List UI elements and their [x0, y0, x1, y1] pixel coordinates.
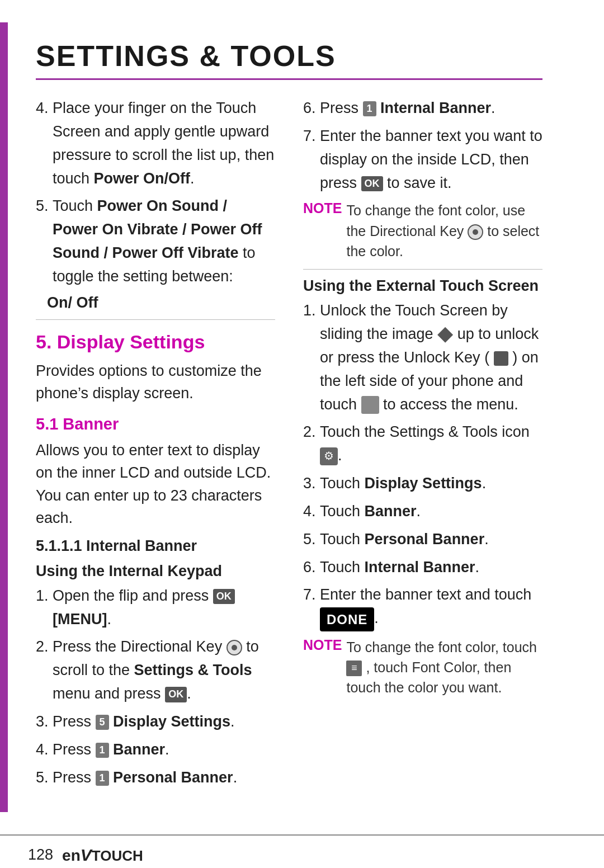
directional-key-icon	[226, 640, 242, 655]
done-button: DONE	[320, 607, 374, 631]
note-2: NOTE To change the font color, touch , t…	[303, 637, 542, 698]
page-number: 128	[28, 846, 53, 864]
step-5: Touch Power On Sound / Power On Vibrate …	[53, 195, 275, 288]
ikp-step-1: Open the flip and press OK [MENU].	[53, 584, 275, 631]
left-column: Place your finger on the Touch Screen an…	[36, 97, 275, 795]
ext-step-4: Touch Banner.	[320, 500, 542, 523]
menu-grid-icon	[361, 396, 379, 414]
footer-brand: enVTOUCH	[62, 846, 143, 865]
ikp-step-2: Press the Directional Key to scroll to t…	[53, 635, 275, 706]
using-external-touch-screen-heading: Using the External Touch Screen	[303, 277, 542, 295]
external-touch-steps: Unlock the Touch Screen by sliding the i…	[303, 299, 542, 631]
divider	[36, 319, 275, 320]
page-container: SETTINGS & TOOLS Place your finger on th…	[0, 0, 604, 868]
footer: 128 enVTOUCH	[0, 834, 604, 869]
ikp-step-3: Press 5 Display Settings.	[53, 710, 275, 734]
note-1: NOTE To change the font color, use the D…	[303, 200, 542, 261]
ext-step-2: Touch the Settings & Tools icon .	[320, 421, 542, 468]
ext-step-1: Unlock the Touch Screen by sliding the i…	[320, 299, 542, 416]
ext-step-7: Enter the banner text and touch DONE.	[320, 583, 542, 631]
main-content: SETTINGS & TOOLS Place your finger on th…	[8, 22, 570, 812]
ikp-step-6: Press 1 Internal Banner.	[320, 97, 542, 120]
section-51-heading: 5.1 Banner	[36, 415, 275, 433]
left-border-accent	[0, 22, 8, 812]
ext-step-6: Touch Internal Banner.	[320, 556, 542, 579]
internal-keypad-steps-continued: Press 1 Internal Banner. Enter the banne…	[303, 97, 542, 195]
internal-keypad-steps: Open the flip and press OK [MENU]. Press…	[36, 584, 275, 790]
steps-list-left: Place your finger on the Touch Screen an…	[36, 97, 275, 289]
num-5-icon: 5	[96, 715, 109, 730]
divider-right	[303, 269, 542, 270]
ext-step-5: Touch Personal Banner.	[320, 528, 542, 551]
section-511-heading: 5.1.1.1 Internal Banner	[36, 537, 275, 555]
section-51-desc: Allows you to enter text to display on t…	[36, 439, 275, 530]
section-5-heading: 5. Display Settings	[36, 331, 275, 353]
content-wrapper: SETTINGS & TOOLS Place your finger on th…	[0, 0, 604, 834]
ok-icon-2: OK	[165, 687, 187, 702]
lock-icon	[494, 351, 508, 366]
num-1-icon-banner: 1	[96, 743, 109, 758]
ikp-step-4: Press 1 Banner.	[53, 738, 275, 762]
page-title: SETTINGS & TOOLS	[36, 39, 542, 80]
num-1-icon-personal: 1	[96, 771, 109, 786]
directional-key-icon-note	[468, 224, 483, 240]
section-5-desc: Provides options to customize the phone’…	[36, 360, 275, 405]
using-internal-keypad-heading: Using the Internal Keypad	[36, 563, 275, 580]
font-color-icon	[346, 661, 362, 676]
settings-tools-icon	[320, 447, 338, 465]
num-1-icon-internal: 1	[363, 101, 376, 116]
on-off-label: On/ Off	[47, 294, 275, 312]
ok-icon-save: OK	[361, 176, 383, 191]
ok-icon-1: OK	[213, 589, 235, 604]
unlock-triangle-icon	[437, 327, 453, 343]
ikp-step-7: Enter the banner text you want to displa…	[320, 125, 542, 195]
step-4: Place your finger on the Touch Screen an…	[53, 97, 275, 190]
right-column: Press 1 Internal Banner. Enter the banne…	[303, 97, 542, 795]
ext-step-3: Touch Display Settings.	[320, 472, 542, 496]
ikp-step-5: Press 1 Personal Banner.	[53, 766, 275, 790]
two-column-layout: Place your finger on the Touch Screen an…	[36, 97, 542, 795]
